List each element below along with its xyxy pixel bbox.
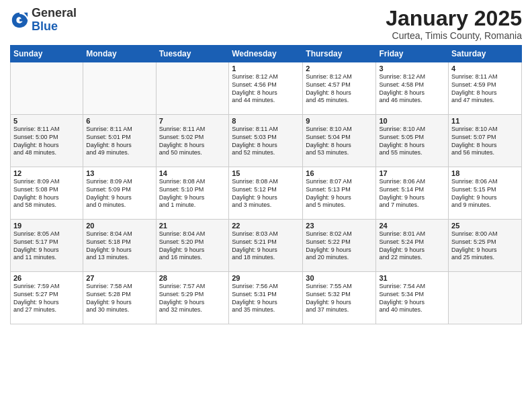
cell-text-line: Sunset: 5:12 PM	[232, 186, 300, 194]
calendar-title: January 2025	[386, 7, 522, 30]
cell-text-line: Daylight: 8 hours	[86, 142, 152, 150]
cell-text-line: Sunrise: 7:57 AM	[159, 283, 226, 291]
day-number: 26	[13, 274, 80, 282]
day-number: 6	[86, 117, 152, 125]
cell-text-line: Sunset: 5:27 PM	[13, 291, 80, 299]
cell-text-line: and 35 minutes.	[232, 306, 300, 314]
day-number: 27	[86, 274, 152, 282]
cell-text-line: Sunrise: 8:08 AM	[232, 178, 300, 186]
cell-text-line: and 44 minutes.	[232, 97, 300, 105]
cell-text-line: Sunrise: 8:00 AM	[451, 230, 519, 238]
cell-text-line: Sunrise: 8:11 AM	[232, 126, 300, 134]
calendar-cell: 19Sunrise: 8:05 AMSunset: 5:17 PMDayligh…	[11, 220, 83, 272]
cell-text-line: and 22 minutes.	[379, 254, 445, 262]
cell-text-line: and 25 minutes.	[451, 254, 519, 262]
cell-text-line: Sunrise: 8:11 AM	[159, 126, 226, 134]
cell-text-line: Daylight: 8 hours	[13, 142, 80, 150]
cell-text-line: Sunrise: 8:10 AM	[306, 126, 373, 134]
day-header-saturday: Saturday	[449, 46, 522, 62]
cell-text-line: Sunset: 5:10 PM	[159, 186, 226, 194]
cell-text-line: Sunrise: 8:07 AM	[306, 178, 373, 186]
day-header-monday: Monday	[83, 46, 156, 62]
cell-text-line: Daylight: 9 hours	[232, 194, 300, 202]
cell-text-line: Daylight: 8 hours	[232, 142, 300, 150]
cell-text-line: Daylight: 9 hours	[306, 246, 373, 255]
cell-text-line: Sunrise: 8:11 AM	[13, 126, 80, 134]
cell-text-line: and 56 minutes.	[451, 149, 519, 157]
day-header-thursday: Thursday	[303, 46, 376, 62]
day-number: 17	[379, 169, 445, 177]
header-row: SundayMondayTuesdayWednesdayThursdayFrid…	[11, 46, 522, 62]
day-number: 8	[232, 117, 300, 125]
cell-text-line: Sunset: 5:22 PM	[306, 238, 373, 246]
day-header-sunday: Sunday	[11, 46, 83, 62]
calendar-cell: 10Sunrise: 8:10 AMSunset: 5:05 PMDayligh…	[376, 115, 449, 167]
cell-text-line: Sunrise: 8:12 AM	[232, 73, 300, 81]
day-number: 29	[232, 274, 300, 282]
cell-text-line: Sunrise: 8:09 AM	[13, 178, 80, 186]
cell-text-line: and 40 minutes.	[379, 306, 445, 314]
cell-text-line: and 58 minutes.	[13, 201, 80, 210]
cell-text-line: Sunset: 5:20 PM	[159, 238, 226, 246]
cell-text-line: Sunset: 5:07 PM	[451, 134, 519, 142]
day-number: 31	[379, 274, 445, 282]
cell-text-line: and 46 minutes.	[379, 97, 445, 105]
calendar-cell: 3Sunrise: 8:12 AMSunset: 4:58 PMDaylight…	[376, 62, 449, 115]
cell-text-line: Daylight: 8 hours	[232, 89, 300, 97]
calendar-cell: 12Sunrise: 8:09 AMSunset: 5:08 PMDayligh…	[11, 167, 83, 220]
cell-text-line: and 27 minutes.	[13, 306, 80, 314]
cell-text-line: Daylight: 9 hours	[306, 299, 373, 307]
cell-text-line: Sunset: 5:32 PM	[306, 291, 373, 299]
cell-text-line: Sunrise: 8:01 AM	[379, 230, 445, 238]
calendar-cell: 5Sunrise: 8:11 AMSunset: 5:00 PMDaylight…	[11, 115, 83, 167]
cell-text-line: Daylight: 9 hours	[451, 246, 519, 255]
cell-text-line: Sunset: 5:02 PM	[159, 134, 226, 142]
cell-text-line: Daylight: 8 hours	[451, 142, 519, 150]
cell-text-line: and 53 minutes.	[306, 149, 373, 157]
cell-text-line: and 55 minutes.	[379, 149, 445, 157]
cell-text-line: Daylight: 9 hours	[159, 246, 226, 255]
day-header-friday: Friday	[376, 46, 449, 62]
cell-text-line: Sunrise: 8:12 AM	[306, 73, 373, 81]
cell-text-line: and 50 minutes.	[159, 149, 226, 157]
header: General Blue January 2025 Curtea, Timis …	[10, 7, 522, 41]
calendar-cell: 22Sunrise: 8:03 AMSunset: 5:21 PMDayligh…	[229, 220, 303, 272]
cell-text-line: Sunrise: 8:02 AM	[306, 230, 373, 238]
cell-text-line: Sunrise: 8:10 AM	[379, 126, 445, 134]
calendar-cell: 2Sunrise: 8:12 AMSunset: 4:57 PMDaylight…	[303, 62, 376, 115]
calendar-cell: 9Sunrise: 8:10 AMSunset: 5:04 PMDaylight…	[303, 115, 376, 167]
cell-text-line: Sunrise: 7:55 AM	[306, 283, 373, 291]
day-number: 13	[86, 169, 152, 177]
calendar-cell: 14Sunrise: 8:08 AMSunset: 5:10 PMDayligh…	[156, 167, 229, 220]
cell-text-line: Sunrise: 8:12 AM	[379, 73, 445, 81]
calendar-cell: 1Sunrise: 8:12 AMSunset: 4:56 PMDaylight…	[229, 62, 303, 115]
cell-text-line: Sunset: 5:21 PM	[232, 238, 300, 246]
day-number: 19	[13, 222, 80, 230]
cell-text-line: Sunrise: 7:59 AM	[13, 283, 80, 291]
cell-text-line: Sunrise: 8:09 AM	[86, 178, 152, 186]
cell-text-line: Daylight: 9 hours	[86, 246, 152, 255]
calendar-cell: 28Sunrise: 7:57 AMSunset: 5:29 PMDayligh…	[156, 272, 229, 324]
day-number: 24	[379, 222, 445, 230]
day-number: 12	[13, 169, 80, 177]
week-row-5: 26Sunrise: 7:59 AMSunset: 5:27 PMDayligh…	[11, 272, 522, 324]
day-number: 7	[159, 117, 226, 125]
logo: General Blue	[10, 7, 77, 34]
cell-text-line: Sunrise: 8:04 AM	[159, 230, 226, 238]
cell-text-line: and 30 minutes.	[86, 306, 152, 314]
cell-text-line: Sunset: 5:31 PM	[232, 291, 300, 299]
calendar-cell: 11Sunrise: 8:10 AMSunset: 5:07 PMDayligh…	[449, 115, 522, 167]
cell-text-line: Daylight: 8 hours	[379, 142, 445, 150]
cell-text-line: and 18 minutes.	[232, 254, 300, 262]
calendar-cell: 20Sunrise: 8:04 AMSunset: 5:18 PMDayligh…	[83, 220, 156, 272]
cell-text-line: Daylight: 8 hours	[379, 89, 445, 97]
day-number: 10	[379, 117, 445, 125]
cell-text-line: Daylight: 9 hours	[232, 299, 300, 307]
cell-text-line: and 5 minutes.	[306, 201, 373, 210]
cell-text-line: Daylight: 8 hours	[451, 89, 519, 97]
cell-text-line: Sunset: 5:04 PM	[306, 134, 373, 142]
logo-blue-text: Blue	[32, 19, 58, 33]
cell-text-line: Sunset: 5:09 PM	[86, 186, 152, 194]
cell-text-line: Sunset: 5:08 PM	[13, 186, 80, 194]
cell-text-line: Daylight: 9 hours	[451, 194, 519, 202]
